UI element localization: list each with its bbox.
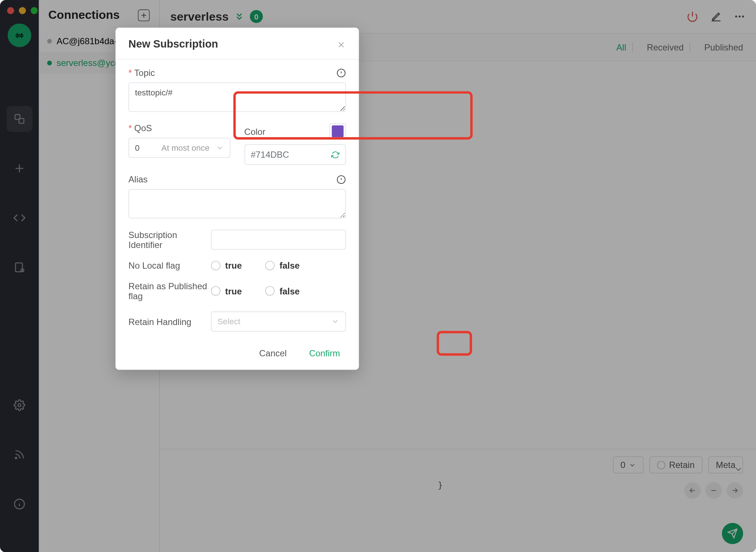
no-local-false-radio[interactable]: false: [266, 260, 300, 270]
topic-field: * Topic: [128, 68, 346, 114]
info-icon[interactable]: [336, 175, 346, 184]
sub-id-input[interactable]: [211, 230, 346, 249]
topic-input[interactable]: [128, 83, 346, 112]
confirm-button[interactable]: Confirm: [301, 343, 348, 363]
required-mark: *: [128, 123, 132, 133]
qos-label: QoS: [134, 123, 152, 133]
retain-handling-label: Retain Handling: [128, 317, 211, 326]
close-icon[interactable]: [336, 40, 346, 49]
color-label: Color: [244, 126, 265, 136]
sub-id-label: Subscription Identifier: [128, 230, 211, 249]
radio-icon: [266, 261, 275, 270]
new-subscription-modal: New Subscription * Topic * QoS: [115, 28, 359, 370]
qos-select[interactable]: 0 At most once: [128, 138, 230, 158]
retain-pub-true-radio[interactable]: true: [211, 286, 242, 296]
modal-overlay[interactable]: [0, 0, 756, 552]
color-chip-icon: [332, 125, 344, 137]
info-icon[interactable]: [336, 68, 346, 78]
qos-hint: At most once: [162, 143, 210, 153]
radio-icon: [211, 261, 221, 270]
radio-icon: [211, 286, 221, 296]
alias-input[interactable]: [128, 189, 346, 219]
cancel-button[interactable]: Cancel: [251, 343, 295, 363]
color-field: Color #714DBC: [244, 123, 346, 165]
color-hex-value[interactable]: #714DBC: [251, 150, 289, 160]
retain-handling-placeholder: Select: [218, 317, 240, 326]
radio-icon: [266, 286, 275, 296]
no-local-label: No Local flag: [128, 260, 211, 270]
refresh-color-icon[interactable]: [331, 150, 339, 158]
retain-pub-false-radio[interactable]: false: [266, 286, 300, 296]
retain-pub-label: Retain as Published flag: [128, 281, 211, 301]
alias-label: Alias: [128, 174, 148, 184]
color-swatch[interactable]: [329, 123, 346, 140]
topic-label: Topic: [134, 68, 155, 78]
retain-handling-select[interactable]: Select: [211, 311, 346, 331]
no-local-true-radio[interactable]: true: [211, 260, 242, 270]
qos-field: * QoS 0 At most once: [128, 123, 230, 165]
required-mark: *: [128, 68, 132, 78]
alias-field: Alias: [128, 174, 346, 220]
modal-title: New Subscription: [128, 38, 218, 51]
qos-value: 0: [135, 143, 139, 153]
